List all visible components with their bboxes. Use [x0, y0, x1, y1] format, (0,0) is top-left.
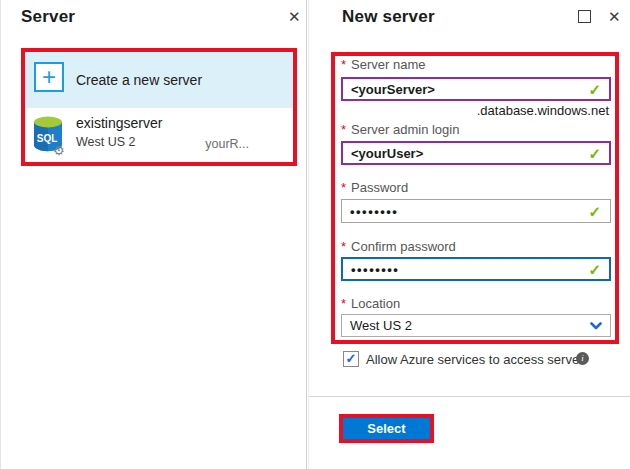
create-new-server-label: Create a new server: [76, 52, 202, 108]
select-button[interactable]: Select: [343, 418, 430, 439]
admin-login-label: *Server admin login: [341, 122, 459, 137]
server-name-suffix: .database.windows.net: [477, 103, 609, 118]
valid-check-icon: ✓: [588, 146, 601, 161]
confirm-password-input[interactable]: [341, 257, 611, 281]
chevron-down-icon: [590, 322, 602, 330]
required-marker: *: [341, 296, 346, 311]
new-server-blade: New server ✕ *Server name ✓ .database.wi…: [308, 0, 630, 469]
required-marker: *: [341, 122, 346, 137]
existing-server-resource-group: yourR...: [205, 137, 249, 151]
info-icon[interactable]: i: [576, 352, 589, 365]
server-name-input[interactable]: [341, 77, 611, 101]
location-dropdown[interactable]: West US 2: [341, 314, 611, 337]
maximize-icon[interactable]: [578, 10, 591, 23]
location-label: *Location: [341, 296, 400, 311]
highlight-box-select-button: Select: [339, 414, 434, 443]
allow-azure-services-label: Allow Azure services to access server: [366, 352, 583, 367]
plus-icon: +: [34, 62, 64, 92]
azure-portal-blades: Server ✕ + Create a new server SQL ⚙ exi…: [0, 0, 630, 469]
existing-server-name: existingserver: [76, 115, 162, 131]
sql-server-icon: SQL ⚙: [31, 115, 69, 157]
existing-server-location: West US 2: [76, 135, 136, 149]
list-item-existing-server[interactable]: SQL ⚙ existingserver West US 2 yourR...: [25, 108, 293, 162]
required-marker: *: [341, 180, 346, 195]
highlight-box-form: *Server name ✓ .database.windows.net *Se…: [331, 52, 619, 344]
required-marker: *: [341, 57, 346, 72]
server-blade-title: Server: [21, 7, 75, 27]
close-icon[interactable]: ✕: [288, 9, 301, 24]
footer-divider: [309, 396, 630, 397]
close-icon[interactable]: ✕: [608, 9, 621, 24]
password-input[interactable]: [341, 199, 611, 223]
valid-check-icon: ✓: [588, 262, 601, 277]
confirm-password-label: *Confirm password: [341, 239, 456, 254]
server-name-label: *Server name: [341, 57, 425, 72]
new-server-blade-title: New server: [342, 7, 435, 27]
allow-azure-services-checkbox[interactable]: ✓: [343, 351, 359, 367]
location-dropdown-value: West US 2: [350, 318, 412, 333]
svg-text:⚙: ⚙: [53, 143, 65, 157]
server-blade: Server ✕ + Create a new server SQL ⚙ exi…: [0, 0, 307, 469]
password-label: *Password: [341, 180, 408, 195]
required-marker: *: [341, 239, 346, 254]
valid-check-icon: ✓: [588, 82, 601, 97]
admin-login-input[interactable]: [341, 141, 611, 165]
valid-check-icon: ✓: [588, 204, 601, 219]
highlight-box-server-list: + Create a new server SQL ⚙ existingserv…: [21, 48, 297, 166]
list-item-create-new-server[interactable]: + Create a new server: [25, 52, 293, 108]
